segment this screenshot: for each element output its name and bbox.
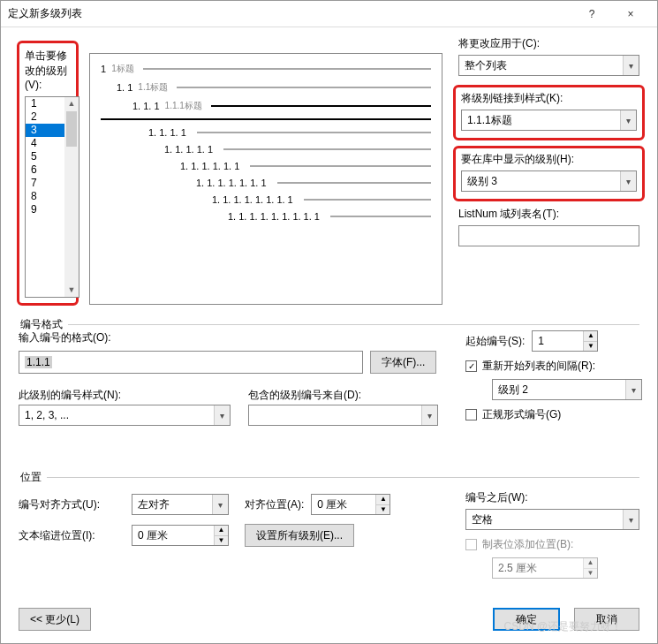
num-after-combo[interactable]: 空格 ▾: [465, 509, 639, 530]
link-style-value: 1.1.1标题: [467, 113, 512, 128]
apply-to-value: 整个列表: [465, 58, 507, 73]
pos-section: 编号对齐方式(U): 左对齐 ▾ 对齐位置(A): 0 厘米 ▲▼ 文本缩进位置…: [19, 478, 639, 579]
align-label: 编号对齐方式(U):: [19, 497, 125, 512]
preview-row: 1. 1. 1. 1. 1. 1: [101, 161, 431, 171]
tabstop-value: 2.5 厘米: [493, 558, 583, 578]
preview-row: 1. 11.1标题: [101, 81, 431, 94]
chevron-down-icon: ▾: [625, 380, 641, 399]
formal-label: 正规形式编号(G): [482, 407, 561, 422]
spin-up-icon[interactable]: ▲: [215, 526, 228, 536]
num-after-label: 编号之后(W):: [465, 491, 528, 504]
spin-down-icon[interactable]: ▼: [376, 505, 390, 515]
dialog-window: 定义新多级列表 ? × 单击要修改的级别(V): 123456789 ▲ ▼ 1…: [0, 0, 658, 644]
num-after-value: 空格: [472, 512, 493, 527]
content: 单击要修改的级别(V): 123456789 ▲ ▼ 11标题1. 11.1标题…: [1, 27, 657, 643]
restart-level-value: 级别 2: [498, 383, 528, 398]
tabstop-spinner: 2.5 厘米 ▲▼: [492, 557, 598, 579]
scroll-up-icon[interactable]: ▲: [64, 97, 79, 110]
chevron-down-icon: ▾: [623, 56, 639, 75]
preview-row: 11标题: [101, 63, 431, 75]
scroll-thumb[interactable]: [66, 111, 77, 147]
start-at-label: 起始编号(S):: [465, 334, 525, 349]
link-style-combo[interactable]: 1.1.1标题 ▾: [461, 110, 637, 131]
spin-down-icon[interactable]: ▼: [584, 342, 597, 352]
enter-format-value: 1.1.1: [25, 356, 52, 368]
checkbox-icon: [465, 409, 477, 420]
level-select-region: 单击要修改的级别(V): 123456789 ▲ ▼: [17, 41, 79, 306]
titlebar: 定义新多级列表 ? ×: [1, 1, 657, 27]
listnum-input[interactable]: [458, 225, 639, 246]
start-at-value: 1: [533, 331, 583, 351]
enter-format-label: 输入编号的格式(O):: [19, 330, 111, 345]
spin-up-icon[interactable]: ▲: [376, 495, 390, 505]
spin-up-icon[interactable]: ▲: [584, 331, 597, 342]
spin-up-icon: ▲: [584, 558, 597, 569]
level-item[interactable]: 6: [26, 163, 64, 177]
enter-format-input[interactable]: 1.1.1: [19, 351, 363, 374]
num-style-combo[interactable]: 1, 2, 3, ... ▾: [19, 405, 231, 426]
watermark: CSDN @还是要努力呀！: [503, 619, 622, 634]
preview-row: 1. 1. 1. 1. 1: [101, 144, 431, 155]
num-style-value: 1, 2, 3, ...: [25, 409, 69, 421]
restart-label: 重新开始列表的间隔(R):: [482, 359, 595, 374]
level-item[interactable]: 2: [26, 110, 64, 124]
right-column: 将更改应用于(C): 整个列表 ▾ 将级别链接到样式(K): 1.1.1标题 ▾: [458, 36, 639, 255]
level-item[interactable]: 8: [26, 190, 64, 203]
checkbox-icon: [465, 360, 477, 372]
level-scrollbar[interactable]: ▲ ▼: [64, 97, 79, 297]
less-button[interactable]: << 更少(L): [19, 608, 91, 631]
show-level-combo[interactable]: 级别 3 ▾: [461, 170, 637, 192]
chevron-down-icon: ▾: [421, 405, 437, 425]
level-item[interactable]: 1: [26, 97, 64, 110]
restart-checkbox[interactable]: 重新开始列表的间隔(R):: [465, 359, 642, 374]
align-combo[interactable]: 左对齐 ▾: [132, 494, 229, 515]
numfmt-section: 输入编号的格式(O): 1.1.1 字体(F)... 此级别的编号样式(N): …: [19, 323, 639, 426]
dialog-title: 定义新多级列表: [8, 6, 572, 21]
help-button[interactable]: ?: [572, 2, 611, 27]
list-preview: 11标题1. 11.1标题1. 1. 11.1.1标题1. 1. 1. 11. …: [89, 53, 442, 305]
set-all-levels-button[interactable]: 设置所有级别(E)...: [245, 524, 354, 547]
font-button[interactable]: 字体(F)...: [370, 351, 436, 374]
align-value: 左对齐: [138, 497, 170, 512]
level-item[interactable]: 9: [26, 203, 64, 216]
level-item[interactable]: 5: [26, 150, 64, 163]
checkbox-icon: [465, 539, 477, 550]
scroll-down-icon[interactable]: ▼: [64, 284, 79, 297]
listnum-label: ListNum 域列表名(T):: [458, 207, 639, 222]
indent-value: 0 厘米: [132, 526, 214, 545]
show-level-label: 要在库中显示的级别(H):: [461, 152, 637, 167]
preview-row: 1. 1. 1. 1: [101, 127, 431, 138]
align-pos-value: 0 厘米: [312, 495, 375, 514]
spin-down-icon: ▼: [584, 569, 597, 579]
chevron-down-icon: ▾: [623, 510, 639, 529]
indent-label: 文本缩进位置(I):: [19, 528, 125, 543]
tabstop-checkbox[interactable]: 制表位添加位置(B):: [465, 537, 639, 552]
show-level-value: 级别 3: [467, 174, 497, 189]
preview-row: 1. 1. 1. 1. 1. 1. 1. 1. 1: [101, 211, 431, 222]
chevron-down-icon: ▾: [620, 171, 636, 191]
tabstop-label: 制表位添加位置(B):: [482, 537, 573, 552]
preview-row: 1. 1. 1. 1. 1. 1. 1: [101, 178, 431, 188]
click-level-label: 单击要修改的级别(V):: [25, 49, 67, 91]
level-item[interactable]: 7: [26, 177, 64, 190]
apply-to-label: 将更改应用于(C):: [458, 36, 639, 51]
chevron-down-icon: ▾: [214, 405, 230, 425]
include-from-combo[interactable]: ▾: [248, 405, 438, 426]
link-style-label: 将级别链接到样式(K):: [461, 91, 637, 106]
level-item[interactable]: 4: [26, 137, 64, 150]
spin-down-icon[interactable]: ▼: [215, 536, 228, 546]
level-listbox[interactable]: 123456789 ▲ ▼: [25, 96, 79, 298]
align-pos-spinner[interactable]: 0 厘米 ▲▼: [311, 494, 390, 515]
align-pos-label: 对齐位置(A):: [245, 497, 304, 512]
num-style-label: 此级别的编号样式(N):: [19, 388, 121, 403]
preview-row: 1. 1. 1. 1. 1. 1. 1. 1: [101, 194, 431, 205]
apply-to-combo[interactable]: 整个列表 ▾: [458, 55, 639, 76]
include-from-label: 包含的级别编号来自(D):: [248, 388, 361, 403]
indent-spinner[interactable]: 0 厘米 ▲▼: [132, 525, 229, 546]
level-item[interactable]: 3: [26, 124, 64, 137]
restart-level-combo[interactable]: 级别 2 ▾: [492, 379, 642, 400]
start-at-spinner[interactable]: 1 ▲▼: [532, 330, 598, 352]
close-button[interactable]: ×: [611, 2, 650, 27]
chevron-down-icon: ▾: [212, 495, 228, 514]
formal-checkbox[interactable]: 正规形式编号(G): [465, 407, 642, 422]
